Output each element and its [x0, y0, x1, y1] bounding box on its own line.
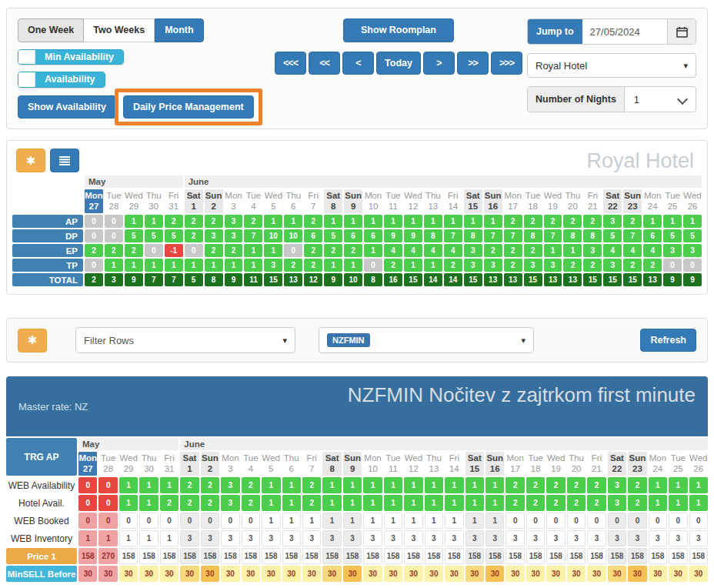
grid-cell[interactable]: 2 [526, 495, 545, 511]
grid-cell[interactable]: 3 [505, 530, 524, 546]
grid-cell[interactable]: 30 [98, 566, 117, 582]
grid-cell[interactable]: 2 [587, 477, 606, 493]
grid-cell[interactable]: 1 [485, 513, 504, 529]
grid-cell[interactable]: 3 [282, 530, 301, 546]
grid-cell[interactable]: 2 [546, 477, 565, 493]
grid-cell[interactable]: 2 [242, 477, 260, 493]
grid-cell[interactable]: 1 [485, 477, 504, 493]
list-view-button[interactable] [50, 149, 79, 172]
grid-cell[interactable]: 3 [608, 495, 626, 511]
daily-price-management-button[interactable]: Daily Price Management [123, 95, 254, 119]
grid-cell[interactable]: 1 [465, 477, 484, 493]
grid-cell[interactable]: 158 [649, 548, 667, 564]
grid-cell[interactable]: 3 [485, 530, 504, 546]
grid-cell[interactable]: 30 [282, 566, 301, 582]
grid-cell[interactable]: 158 [180, 548, 199, 564]
grid-cell[interactable]: 158 [302, 548, 321, 564]
grid-cell[interactable]: 158 [689, 548, 708, 564]
grid-cell[interactable]: 1 [119, 530, 138, 546]
grid-cell[interactable]: 1 [139, 495, 158, 511]
grid-cell[interactable]: 158 [384, 548, 402, 564]
grid-cell[interactable]: 158 [139, 548, 158, 564]
grid-cell[interactable]: 270 [98, 548, 117, 564]
grid-cell[interactable]: 2 [567, 495, 586, 511]
grid-cell[interactable]: 0 [98, 513, 117, 529]
grid-cell[interactable]: 1 [669, 477, 687, 493]
grid-cell[interactable]: 3 [180, 530, 199, 546]
grid-cell[interactable]: 2 [628, 477, 646, 493]
grid-cell[interactable]: 30 [485, 566, 504, 582]
grid-cell[interactable]: 158 [608, 548, 626, 564]
grid-cell[interactable]: 1 [322, 477, 341, 493]
grid-cell[interactable]: 1 [282, 477, 301, 493]
grid-cell[interactable]: 1 [669, 495, 687, 511]
grid-cell[interactable]: 1 [649, 477, 667, 493]
grid-cell[interactable]: 3 [649, 530, 667, 546]
grid-cell[interactable]: 158 [221, 548, 239, 564]
grid-cell[interactable]: 0 [546, 513, 565, 529]
grid-cell[interactable]: 1 [139, 530, 158, 546]
grid-cell[interactable]: 1 [404, 495, 422, 511]
grid-cell[interactable]: 1 [363, 513, 382, 529]
month-button[interactable]: Month [155, 18, 203, 42]
grid-cell[interactable]: 1 [160, 477, 178, 493]
grid-cell[interactable]: 1 [322, 513, 341, 529]
grid-cell[interactable]: 30 [404, 566, 422, 582]
grid-cell[interactable]: 2 [201, 495, 219, 511]
grid-cell[interactable]: 158 [465, 548, 484, 564]
grid-cell[interactable]: 0 [98, 495, 117, 511]
grid-cell[interactable]: 3 [445, 530, 463, 546]
grid-cell[interactable]: 30 [262, 566, 280, 582]
grid-cell[interactable]: 30 [160, 566, 178, 582]
grid-cell[interactable]: 3 [221, 477, 239, 493]
grid-cell[interactable]: 3 [689, 530, 708, 546]
min-availability-toggle[interactable]: Min Availability [18, 49, 124, 65]
grid-cell[interactable]: 158 [343, 548, 362, 564]
grid-cell[interactable]: 1 [425, 495, 443, 511]
grid-cell[interactable]: 3 [587, 530, 606, 546]
grid-cell[interactable]: 1 [119, 495, 138, 511]
grid-cell[interactable]: 1 [363, 495, 382, 511]
grid-cell[interactable]: 0 [78, 495, 97, 511]
grid-cell[interactable]: 1 [465, 513, 484, 529]
grid-cell[interactable]: 30 [445, 566, 463, 582]
grid-cell[interactable]: 3 [465, 530, 484, 546]
grid-cell[interactable]: 1 [384, 495, 402, 511]
grid-cell[interactable]: 158 [322, 548, 341, 564]
grid-cell[interactable]: 158 [160, 548, 178, 564]
grid-cell[interactable]: 3 [262, 530, 280, 546]
grid-cell[interactable]: 1 [139, 477, 158, 493]
grid-cell[interactable]: 30 [322, 566, 341, 582]
grid-cell[interactable]: 0 [78, 477, 97, 493]
grid-cell[interactable]: 30 [567, 566, 586, 582]
grid-cell[interactable]: 3 [242, 530, 260, 546]
grid-cell[interactable]: 30 [689, 566, 708, 582]
grid-cell[interactable]: 158 [628, 548, 646, 564]
grid-cell[interactable]: 158 [505, 548, 524, 564]
grid-cell[interactable]: 1 [282, 513, 301, 529]
grid-cell[interactable]: 3 [526, 530, 545, 546]
grid-cell[interactable]: 3 [302, 530, 321, 546]
grid-cell[interactable]: 30 [608, 566, 626, 582]
grid-cell[interactable]: 1 [160, 530, 178, 546]
nav-today-button[interactable]: Today [376, 52, 421, 75]
nav-back-week-button[interactable]: << [309, 52, 340, 75]
grid-cell[interactable]: 1 [445, 495, 463, 511]
grid-cell[interactable]: 1 [363, 477, 382, 493]
grid-cell[interactable]: 30 [343, 566, 362, 582]
grid-cell[interactable]: 158 [282, 548, 301, 564]
grid-cell[interactable]: 3 [201, 530, 219, 546]
grid-cell[interactable]: 1 [98, 530, 117, 546]
grid-cell[interactable]: 1 [384, 513, 402, 529]
grid-cell[interactable]: 30 [139, 566, 158, 582]
grid-cell[interactable]: 30 [242, 566, 260, 582]
legend-button[interactable]: ✱ [16, 149, 45, 172]
grid-cell[interactable]: 1 [78, 530, 97, 546]
grid-cell[interactable]: 1 [445, 513, 463, 529]
grid-cell[interactable]: 3 [221, 495, 239, 511]
two-weeks-button[interactable]: Two Weeks [84, 18, 155, 42]
grid-cell[interactable]: 158 [404, 548, 422, 564]
grid-cell[interactable]: 158 [567, 548, 586, 564]
grid-cell[interactable]: 1 [425, 513, 443, 529]
grid-cell[interactable]: 0 [78, 513, 97, 529]
